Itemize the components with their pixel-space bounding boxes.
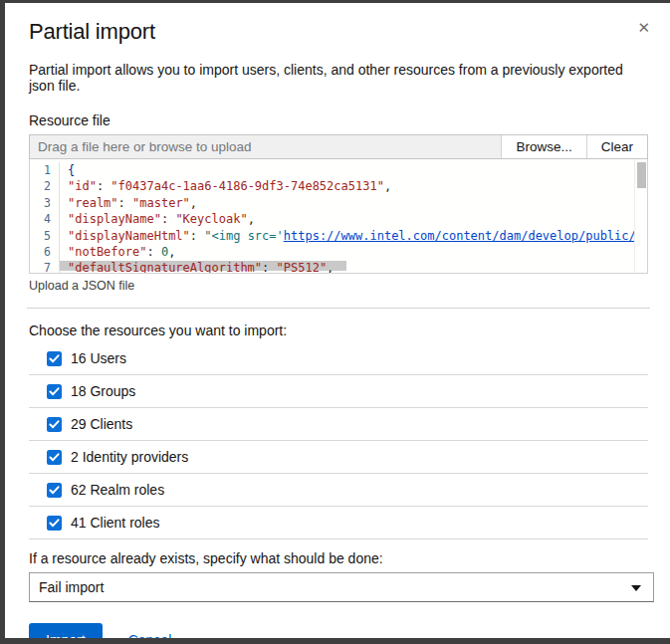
file-upload-row: Drag a file here or browse to upload Bro… — [29, 134, 648, 159]
modal-body: Partial import ✕ Partial import allows y… — [5, 3, 670, 638]
token-punct: : — [161, 212, 175, 226]
code-text: "id": "f0437a4c-1aa6-4186-9df3-74e852ca5… — [60, 178, 391, 194]
token-str: "Keycloak" — [175, 212, 247, 226]
resource-label[interactable]: 41 Client roles — [71, 515, 160, 531]
code-text: "defaultSignatureAlgorithm": "PS512", — [60, 260, 334, 274]
resource-row: 62 Realm roles — [29, 474, 648, 507]
code-line: 1{ — [30, 162, 647, 178]
section-divider — [27, 308, 650, 309]
exists-policy-label: If a resource already exists, specify wh… — [29, 550, 648, 566]
token-key: "id" — [68, 179, 97, 193]
checkbox-checked-icon[interactable] — [47, 450, 62, 465]
token-str: "PS512" — [277, 261, 328, 274]
token-html: "<img src=' — [204, 229, 283, 243]
token-punct: , — [327, 261, 334, 274]
token-punct: : — [146, 245, 160, 259]
token-str: "f0437a4c-1aa6-4186-9df3-74e852ca5131" — [111, 179, 384, 193]
token-key: "realm" — [68, 196, 118, 210]
checkbox-checked-icon[interactable] — [47, 384, 62, 399]
page-title: Partial import — [29, 19, 648, 45]
chevron-down-icon — [631, 585, 641, 591]
close-icon[interactable]: ✕ — [637, 21, 650, 36]
resource-file-label: Resource file — [29, 112, 648, 128]
resource-row: 41 Client roles — [29, 507, 648, 539]
resource-label[interactable]: 2 Identity providers — [71, 449, 188, 465]
code-text: "displayNameHtml": "<img src='https://ww… — [60, 228, 647, 244]
resource-list: 16 Users18 Groups29 Clients2 Identity pr… — [29, 342, 648, 539]
token-key: "displayNameHtml" — [68, 229, 190, 243]
code-text: "displayName": "Keycloak", — [60, 211, 255, 227]
file-dropzone[interactable]: Drag a file here or browse to upload — [30, 135, 501, 158]
vertical-scrollbar-thumb[interactable] — [637, 162, 646, 188]
token-punct: : — [190, 229, 204, 243]
modal-description: Partial import allows you to import user… — [29, 62, 648, 94]
checkbox-checked-icon[interactable] — [47, 351, 62, 366]
resource-label[interactable]: 18 Groups — [71, 383, 135, 399]
token-punct: : — [118, 196, 132, 210]
resource-row: 29 Clients — [29, 408, 648, 441]
clear-button[interactable]: Clear — [586, 135, 647, 158]
token-punct: , — [248, 212, 255, 226]
code-lines: 1{2"id": "f0437a4c-1aa6-4186-9df3-74e852… — [30, 159, 647, 274]
code-line: 2"id": "f0437a4c-1aa6-4186-9df3-74e852ca… — [30, 178, 647, 194]
code-line: 7"defaultSignatureAlgorithm": "PS512", — [30, 260, 647, 274]
line-number: 1 — [30, 162, 60, 178]
exists-policy-select[interactable]: Fail import — [29, 572, 654, 602]
code-line: 6"notBefore": 0, — [30, 244, 647, 260]
line-number: 2 — [30, 178, 60, 194]
exists-policy-selected-value: Fail import — [39, 579, 104, 595]
token-punct: , — [384, 179, 391, 193]
resource-label[interactable]: 62 Realm roles — [71, 482, 164, 498]
import-button[interactable]: Import — [29, 623, 103, 644]
checkbox-checked-icon[interactable] — [47, 516, 62, 531]
token-punct: , — [190, 196, 197, 210]
modal-footer: Import Cancel — [29, 623, 648, 644]
upload-helper-text: Upload a JSON file — [29, 279, 648, 293]
line-number: 7 — [30, 260, 60, 274]
checkbox-checked-icon[interactable] — [47, 417, 62, 432]
code-text: "realm": "master", — [60, 195, 197, 211]
code-line: 4"displayName": "Keycloak", — [30, 211, 647, 227]
code-text: { — [60, 162, 75, 178]
code-line: 5"displayNameHtml": "<img src='https://w… — [30, 228, 647, 244]
line-number: 6 — [30, 244, 60, 260]
line-number: 3 — [30, 195, 60, 211]
cancel-link[interactable]: Cancel — [128, 632, 172, 644]
partial-import-dialog: Partial import ✕ Partial import allows y… — [0, 0, 670, 644]
browse-button[interactable]: Browse... — [501, 135, 585, 158]
line-number: 5 — [30, 228, 60, 244]
code-line: 3"realm": "master", — [30, 195, 647, 211]
resource-row: 18 Groups — [29, 375, 648, 408]
token-punct: : — [97, 179, 111, 193]
token-key: "defaultSignatureAlgorithm" — [68, 261, 262, 274]
token-key: "notBefore" — [68, 245, 146, 259]
resource-label[interactable]: 16 Users — [71, 350, 126, 366]
resource-label[interactable]: 29 Clients — [71, 416, 132, 432]
token-punct: : — [262, 261, 276, 274]
token-punct: , — [168, 245, 175, 259]
choose-resources-heading: Choose the resources you want to import: — [29, 322, 648, 338]
token-key: "displayName" — [68, 212, 161, 226]
resource-row: 2 Identity providers — [29, 441, 648, 474]
token-str: "master" — [132, 196, 190, 210]
code-text: "notBefore": 0, — [60, 244, 175, 260]
vertical-scrollbar[interactable] — [634, 159, 647, 273]
checkbox-checked-icon[interactable] — [47, 483, 62, 498]
token-brace: { — [68, 163, 75, 177]
json-code-editor[interactable]: 1{2"id": "f0437a4c-1aa6-4186-9df3-74e852… — [29, 159, 648, 274]
token-link[interactable]: https://www.intel.com/content/dam/develo… — [284, 229, 647, 243]
resource-row: 16 Users — [29, 342, 648, 375]
line-number: 4 — [30, 211, 60, 227]
